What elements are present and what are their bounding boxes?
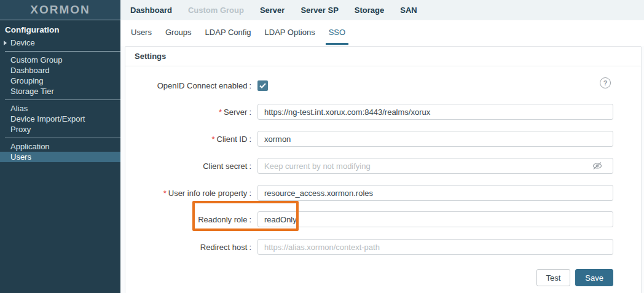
sidebar-item-application[interactable]: Application: [0, 141, 120, 152]
tab-sso[interactable]: SSO: [326, 21, 348, 45]
sidebar-divider: [5, 138, 120, 138]
eye-slash-icon[interactable]: [592, 162, 602, 170]
sidebar-item-proxy[interactable]: Proxy: [0, 124, 120, 135]
sidebar-item-dashboard[interactable]: Dashboard: [0, 65, 120, 76]
question-circle-icon[interactable]: ?: [600, 77, 611, 88]
nav-item-dashboard[interactable]: Dashboard: [130, 6, 172, 15]
sidebar-item-device[interactable]: Device: [0, 37, 120, 48]
sidebar-divider: [5, 100, 120, 100]
field-label: Readonly role:: [125, 215, 251, 224]
settings-panel: Settings OpenID Connect enabled: ? *Serv…: [125, 46, 642, 293]
nav-item-custom-group: Custom Group: [188, 6, 244, 15]
form-row-user-info-role-property: *User info role property:: [125, 185, 641, 201]
top-navigation: Dashboard Custom Group Server Server SP …: [120, 0, 644, 20]
sidebar-divider: [5, 51, 120, 52]
sidebar-section-title: Configuration: [0, 20, 120, 37]
app-logo-text: XORMON: [30, 3, 90, 17]
sidebar: XORMON Configuration Device Custom Group…: [0, 0, 120, 293]
field-label: Redirect host:: [125, 243, 251, 252]
field-label: *Server:: [125, 107, 251, 117]
field-label: *Client ID:: [125, 135, 251, 144]
sidebar-item-label: Dashboard: [10, 66, 50, 75]
sidebar-item-users[interactable]: Users: [0, 152, 120, 162]
form-row-openid-enabled: OpenID Connect enabled:: [125, 77, 641, 93]
form-row-client-id: *Client ID:: [125, 131, 641, 147]
test-button[interactable]: Test: [536, 269, 571, 286]
sidebar-item-label: Custom Group: [10, 55, 63, 64]
server-input[interactable]: [257, 104, 613, 120]
save-button[interactable]: Save: [575, 269, 613, 286]
field-label: OpenID Connect enabled:: [125, 81, 251, 90]
tab-users[interactable]: Users: [128, 21, 155, 45]
panel-title: Settings: [125, 47, 641, 66]
sidebar-item-label: Proxy: [10, 125, 31, 134]
form-row-server: *Server:: [125, 104, 641, 120]
nav-item-san[interactable]: SAN: [400, 6, 417, 15]
form-row-redirect-host: Redirect host:: [125, 239, 641, 255]
sidebar-item-label: Device: [10, 38, 35, 47]
form-actions: Test Save: [257, 269, 613, 286]
sidebar-item-grouping[interactable]: Grouping: [0, 76, 120, 86]
sidebar-item-label: Application: [10, 142, 50, 151]
openid-enabled-checkbox[interactable]: [257, 80, 268, 91]
redirect-host-input[interactable]: [257, 239, 613, 255]
field-label: Client secret:: [125, 162, 251, 171]
app-logo: XORMON: [0, 0, 120, 20]
sidebar-item-alias[interactable]: Alias: [0, 103, 120, 114]
sidebar-item-label: Device Import/Export: [10, 114, 85, 123]
tab-ldap-options[interactable]: LDAP Options: [262, 21, 318, 45]
required-marker: *: [163, 189, 167, 198]
tab-groups[interactable]: Groups: [162, 21, 195, 45]
user-info-role-property-input[interactable]: [257, 185, 613, 201]
checkmark-icon: [259, 83, 266, 88]
sidebar-item-storage-tier[interactable]: Storage Tier: [0, 86, 120, 96]
nav-item-server-sp[interactable]: Server SP: [300, 6, 338, 15]
readonly-role-input[interactable]: [257, 211, 613, 227]
sidebar-item-custom-group[interactable]: Custom Group: [0, 55, 120, 65]
required-marker: *: [219, 107, 222, 117]
client-id-input[interactable]: [257, 131, 613, 147]
client-secret-input[interactable]: [257, 158, 613, 174]
sidebar-item-label: Alias: [10, 104, 28, 113]
caret-right-icon: [4, 41, 7, 45]
field-label: *User info role property:: [125, 189, 251, 198]
form-row-readonly-role: Readonly role:: [125, 211, 641, 227]
sidebar-item-device-import-export[interactable]: Device Import/Export: [0, 114, 120, 124]
form-row-client-secret: Client secret:: [125, 158, 641, 174]
required-marker: *: [211, 135, 214, 144]
tab-ldap-config[interactable]: LDAP Config: [202, 21, 254, 45]
nav-item-storage[interactable]: Storage: [355, 6, 384, 15]
sidebar-item-label: Storage Tier: [10, 87, 54, 96]
nav-item-server[interactable]: Server: [260, 6, 285, 15]
settings-tabbar: Users Groups LDAP Config LDAP Options SS…: [120, 20, 644, 46]
sidebar-item-label: Users: [10, 152, 31, 162]
sidebar-item-label: Grouping: [10, 76, 43, 85]
